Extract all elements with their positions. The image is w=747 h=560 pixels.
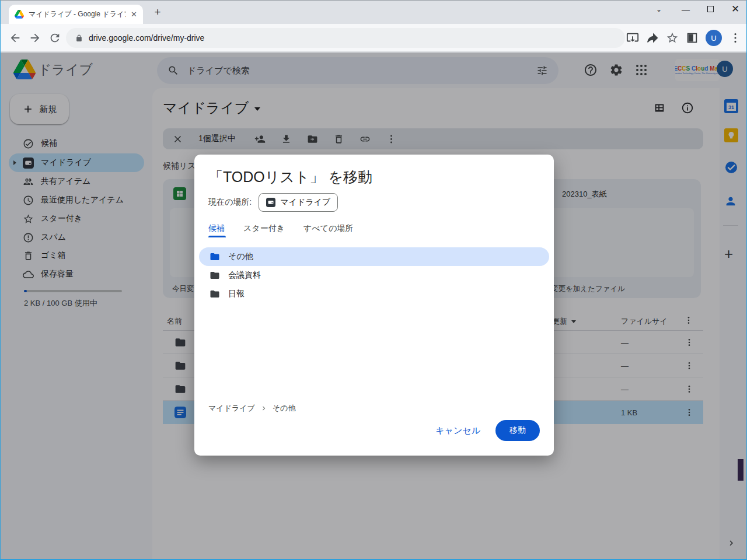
current-location-chip[interactable]: マイドライブ [259,193,338,212]
browser-avatar[interactable]: U [706,30,722,46]
share-icon[interactable] [646,32,659,44]
browser-tab[interactable]: マイドライブ - Google ドライブ ✕ [9,5,143,24]
dialog-tab-all[interactable]: すべての場所 [303,223,353,234]
window-close-icon[interactable]: ✕ [730,3,741,15]
dialog-tab-suggested[interactable]: 候補 [208,223,225,234]
install-icon[interactable] [626,32,639,44]
folder-icon [210,270,220,281]
tab-title: マイドライブ - Google ドライブ [29,9,126,19]
folder-name: その他 [228,251,253,262]
side-panel-icon[interactable] [686,32,699,44]
breadcrumb-root[interactable]: マイドライブ [208,403,255,414]
url-bar[interactable]: drive.google.com/drive/my-drive [66,28,625,48]
url-text: drive.google.com/drive/my-drive [89,33,204,43]
window-minimize-icon[interactable]: — [680,5,691,14]
folder-icon [210,251,220,262]
dialog-folder-row[interactable]: 会議資料 [199,266,549,285]
my-drive-icon [266,198,275,207]
move-dialog: 「TODOリスト」 を移動 現在の場所: マイドライブ 候補 スター付き すべて… [194,155,554,456]
breadcrumb-chevron-icon [260,404,268,412]
lock-icon [75,34,83,42]
scrollbar-thumb[interactable] [738,459,743,481]
browser-window: マイドライブ - Google ドライブ ✕ + ⌄ — ✕ drive.goo… [0,0,747,560]
current-location-label: 現在の場所: [208,197,252,208]
folder-name: 会議資料 [228,270,261,281]
browser-toolbar: drive.google.com/drive/my-drive U [1,24,746,52]
window-menu-icon[interactable]: ⌄ [654,5,664,13]
browser-menu-icon[interactable] [729,32,742,44]
reload-icon[interactable] [48,32,61,44]
drive-page: ドライブ ドライブで検索 ECCS Cloud Mail Information… [1,52,746,559]
dialog-folder-row[interactable]: 日報 [199,285,549,303]
browser-tab-bar: マイドライブ - Google ドライブ ✕ + ⌄ — ✕ [1,1,746,24]
move-button[interactable]: 移動 [495,420,540,441]
folder-icon [210,289,220,299]
window-maximize-icon[interactable] [707,6,714,12]
new-tab-button[interactable]: + [151,6,164,19]
active-tab-underline [208,236,226,237]
back-icon[interactable] [9,32,22,44]
tab-close-icon[interactable]: ✕ [131,10,137,19]
bookmark-star-icon[interactable] [666,32,679,44]
drive-favicon [15,10,24,19]
breadcrumb-current[interactable]: その他 [273,403,296,414]
folder-name: 日報 [228,289,245,299]
dialog-folder-row-selected[interactable]: その他 [199,247,549,266]
forward-icon[interactable] [29,32,41,44]
cancel-button[interactable]: キャンセル [435,425,480,436]
dialog-title: 「TODOリスト」 を移動 [208,167,372,187]
dialog-breadcrumb: マイドライブ その他 [208,403,295,414]
dialog-tab-starred[interactable]: スター付き [243,223,285,234]
